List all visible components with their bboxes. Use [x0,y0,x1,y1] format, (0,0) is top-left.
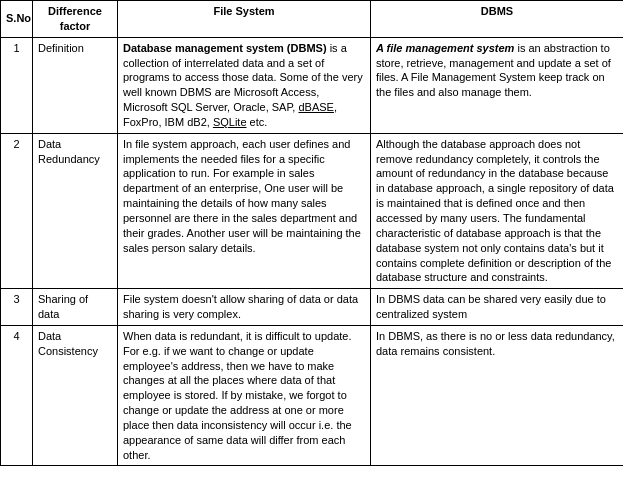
fs-1-text3: etc. [247,116,268,128]
cell-sno-3: 3 [1,289,33,326]
cell-fs-4: When data is redundant, it is difficult … [118,325,371,466]
cell-fs-2: In file system approach, each user defin… [118,133,371,288]
header-dbms: DBMS [371,1,624,38]
cell-dbms-3: In DBMS data can be shared very easily d… [371,289,624,326]
dbms-1-file: A file management system [376,42,514,54]
cell-dbms-1: A file management system is an abstracti… [371,37,624,133]
cell-sno-4: 4 [1,325,33,466]
table-row: 3 Sharing of data File system doesn't al… [1,289,624,326]
header-sno: S.No [1,1,33,38]
header-diff: Difference factor [33,1,118,38]
header-fs: File System [118,1,371,38]
cell-diff-4: Data Consistency [33,325,118,466]
cell-fs-3: File system doesn't allow sharing of dat… [118,289,371,326]
fs-1-dbase: dBASE [298,101,333,113]
fs-1-sqlite: SQLite [213,116,247,128]
cell-sno-1: 1 [1,37,33,133]
cell-dbms-2: Although the database approach does not … [371,133,624,288]
cell-diff-2: Data Redundancy [33,133,118,288]
cell-diff-3: Sharing of data [33,289,118,326]
cell-fs-1: Database management system (DBMS) is a c… [118,37,371,133]
cell-sno-2: 2 [1,133,33,288]
comparison-table: S.No Difference factor File System DBMS … [0,0,623,466]
cell-dbms-4: In DBMS, as there is no or less data red… [371,325,624,466]
table-row: 4 Data Consistency When data is redundan… [1,325,624,466]
table-row: 2 Data Redundancy In file system approac… [1,133,624,288]
table-row: 1 Definition Database management system … [1,37,624,133]
cell-diff-1: Definition [33,37,118,133]
fs-1-bold: Database management system (DBMS) [123,42,327,54]
